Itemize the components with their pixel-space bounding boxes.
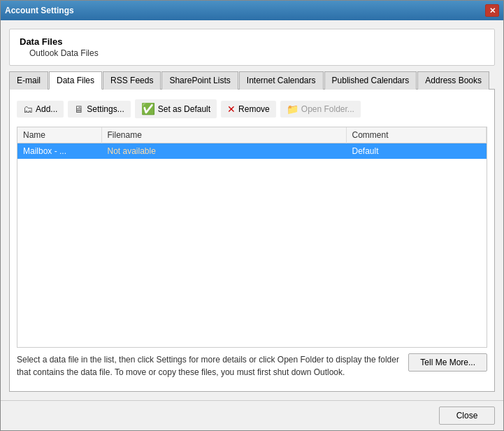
bottom-bar: Close [1, 400, 503, 430]
data-table: Name Filename Comment Mailbox - ... Not … [17, 127, 487, 348]
cell-name: Mailbox - ... [17, 143, 101, 160]
tell-me-more-button[interactable]: Tell Me More... [408, 353, 487, 372]
col-filename: Filename [101, 127, 346, 143]
tab-data-files[interactable]: Data Files [49, 71, 102, 90]
settings-button[interactable]: 🖥 Settings... [68, 101, 130, 118]
window-title: Account Settings [5, 6, 74, 15]
title-bar-controls: ✕ [485, 4, 499, 17]
window-content: Data Files Outlook Data Files E-mail Dat… [1, 20, 503, 400]
tab-rss-feeds[interactable]: RSS Feeds [103, 71, 161, 90]
table-header: Name Filename Comment [17, 127, 487, 143]
title-bar: Account Settings ✕ [1, 1, 503, 20]
tabs-container: E-mail Data Files RSS Feeds SharePoint L… [9, 71, 495, 392]
tab-address-books[interactable]: Address Books [417, 71, 489, 90]
info-text: Select a data file in the list, then cli… [17, 353, 401, 379]
remove-label: Remove [238, 104, 270, 114]
tab-content: 🗂 Add... 🖥 Settings... ✅ Set as Default … [9, 90, 495, 392]
settings-label: Settings... [87, 104, 124, 114]
cell-comment: Default [346, 143, 487, 160]
tab-bar: E-mail Data Files RSS Feeds SharePoint L… [9, 71, 495, 90]
col-name: Name [17, 127, 101, 143]
close-button[interactable]: Close [439, 407, 495, 425]
remove-icon: ✕ [227, 104, 236, 115]
settings-icon: 🖥 [74, 104, 84, 115]
set-default-label: Set as Default [158, 104, 210, 114]
open-folder-button[interactable]: 📁 Open Folder... [280, 101, 361, 118]
close-window-button[interactable]: ✕ [485, 4, 499, 17]
open-folder-label: Open Folder... [301, 104, 354, 114]
account-settings-window: Account Settings ✕ Data Files Outlook Da… [0, 0, 504, 431]
tab-internet-calendars[interactable]: Internet Calendars [239, 71, 324, 90]
check-icon: ✅ [141, 102, 155, 115]
bottom-actions: Select a data file in the list, then cli… [17, 353, 487, 384]
header-title: Data Files [20, 36, 484, 47]
tab-email[interactable]: E-mail [9, 71, 48, 90]
tab-sharepoint[interactable]: SharePoint Lists [161, 71, 238, 90]
folder-icon: 📁 [287, 104, 298, 115]
add-button[interactable]: 🗂 Add... [17, 101, 64, 118]
cell-filename: Not available [101, 143, 346, 160]
col-comment: Comment [346, 127, 487, 143]
table-row[interactable]: Mailbox - ... Not available Default [17, 143, 487, 160]
header-subtitle: Outlook Data Files [20, 48, 484, 58]
header-section: Data Files Outlook Data Files [9, 29, 495, 66]
set-default-button[interactable]: ✅ Set as Default [135, 99, 217, 118]
toolbar: 🗂 Add... 🖥 Settings... ✅ Set as Default … [17, 97, 487, 121]
add-icon: 🗂 [23, 104, 33, 115]
add-label: Add... [36, 104, 57, 114]
remove-button[interactable]: ✕ Remove [221, 101, 276, 118]
tab-published-calendars[interactable]: Published Calendars [324, 71, 417, 90]
